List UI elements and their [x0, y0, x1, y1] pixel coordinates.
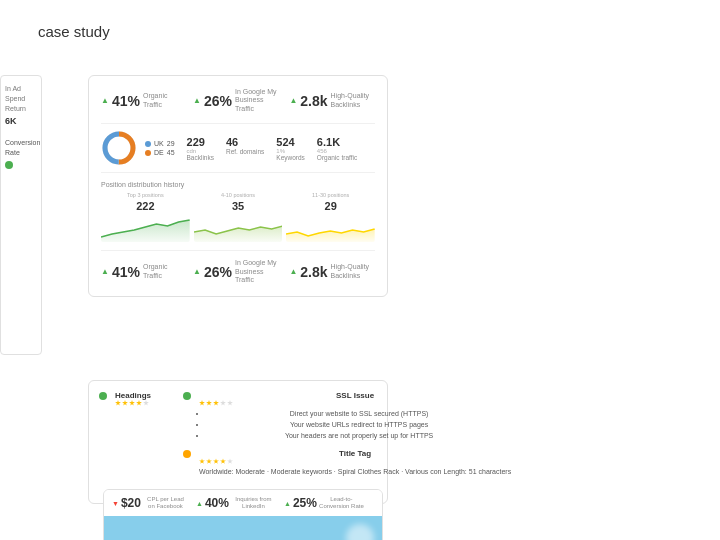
- backlinks-num: 229: [187, 136, 214, 148]
- backlinks-label: Backlinks: [187, 154, 214, 161]
- keywords-label: Keywords: [276, 154, 305, 161]
- stat-value-6: 2.8k: [300, 264, 327, 280]
- arrow-up-4: ▲: [101, 267, 109, 276]
- arrow-up-6: ▲: [289, 267, 297, 276]
- metric-keywords: 524 1% Keywords: [276, 136, 305, 161]
- donut-label-uk: UK 29: [145, 140, 175, 147]
- de-value: 45: [167, 149, 175, 156]
- ssl-item-3: Your headers are not properly set up for…: [207, 431, 511, 441]
- stats-row-2: ▲ 41% Organic Traffic ▲ 26% In Google My…: [101, 250, 375, 284]
- position-section: Position distribution history Top 3 posi…: [101, 181, 375, 242]
- keywords-num: 524: [276, 136, 305, 148]
- star-2: [122, 400, 128, 406]
- uk-label: UK: [154, 140, 164, 147]
- position-title: Position distribution history: [101, 181, 375, 188]
- mini-chart-3: [286, 212, 375, 242]
- title-stars: [199, 458, 511, 464]
- ad-stat-conversion: ▲ 25% Lead-to-Conversion Rate: [284, 496, 364, 510]
- metrics-stats: 229 cdn Backlinks 46 Ref. domains 524 1%…: [187, 136, 358, 161]
- title-star-1: [199, 458, 205, 464]
- green-indicator: [99, 392, 107, 400]
- ssl-star-2: [206, 400, 212, 406]
- title-content: Worldwide: Moderate · Moderate keywords …: [199, 467, 511, 477]
- ad-stats-bar: ▼ $20 CPL per Lead on Facebook ▲ 40% Inq…: [104, 490, 382, 516]
- headings-label: Headings: [115, 391, 175, 400]
- ad-stat-cpl: ▼ $20 CPL per Lead on Facebook: [112, 496, 188, 510]
- ssl-item-1: Direct your website to SSL secured (HTTP…: [207, 409, 511, 419]
- stat-google-traffic: ▲ 26% In Google My Business Traffic: [193, 88, 279, 113]
- de-label: DE: [154, 149, 164, 156]
- audit-card: Headings SSL Issue: [88, 380, 388, 504]
- star-5-empty: [143, 400, 149, 406]
- left-partial-card: In AdSpendReturn 6K Conversion Rate: [0, 75, 42, 355]
- donut-labels: UK 29 DE 45: [145, 140, 175, 156]
- pos-chart-3: 11-30 positions 29: [286, 192, 375, 242]
- stat-percent-2: 26%: [204, 93, 232, 109]
- de-dot: [145, 150, 151, 156]
- title-tag-label: Title Tag: [199, 449, 511, 458]
- arrow-down-icon: ▼: [112, 500, 119, 507]
- pos-num-3: 29: [286, 200, 375, 212]
- stat-desc-5: In Google My Business Traffic: [235, 259, 279, 284]
- audit-row-ssl: SSL Issue Direct your website to SSL sec…: [183, 391, 511, 441]
- stat-google-2: ▲ 26% In Google My Business Traffic: [193, 259, 279, 284]
- building-bg: [104, 516, 382, 540]
- ad-stat-num-2: 40%: [205, 496, 229, 510]
- left-stat-value: 6K: [5, 115, 37, 128]
- left-stat-label: In AdSpendReturn: [5, 84, 37, 113]
- star-1: [115, 400, 121, 406]
- ssl-star-3: [213, 400, 219, 406]
- page-title: case study: [38, 23, 110, 40]
- stat-backlinks: ▲ 2.8k High-Quality Backlinks: [289, 88, 375, 113]
- stat-backlinks-2: ▲ 2.8k High-Quality Backlinks: [289, 259, 375, 284]
- stat-percent-5: 26%: [204, 264, 232, 280]
- metric-backlinks: 229 cdn Backlinks: [187, 136, 214, 161]
- arrow-up-icon-3: ▲: [289, 96, 297, 105]
- ad-stat-desc-3: Lead-to-Conversion Rate: [319, 496, 364, 510]
- orange-indicator: [183, 450, 191, 458]
- arrow-up-icon: ▲: [101, 96, 109, 105]
- ad-stat-desc-1: CPL per Lead on Facebook: [143, 496, 188, 510]
- uk-value: 29: [167, 140, 175, 147]
- building-image: ‹ › Curious how we generated 41 Tours an…: [104, 516, 382, 540]
- green-indicator-2: [183, 392, 191, 400]
- headings-stars: [115, 400, 175, 406]
- pos-num-1: 222: [101, 200, 190, 212]
- stat-desc-1: Organic Traffic: [143, 92, 183, 109]
- stat-desc-2: In Google My Business Traffic: [235, 88, 279, 113]
- headings-score-cols: SSL Issue Direct your website to SSL sec…: [183, 391, 511, 485]
- pos-chart-2: 4-10 positions 35: [194, 192, 283, 242]
- star-4: [136, 400, 142, 406]
- stat-organic-traffic: ▲ 41% Organic Traffic: [101, 88, 183, 113]
- mini-chart-2: [194, 212, 283, 242]
- stat-value-3: 2.8k: [300, 93, 327, 109]
- uk-dot: [145, 141, 151, 147]
- referring-label: Ref. domains: [226, 148, 264, 155]
- pos-num-2: 35: [194, 200, 283, 212]
- audit-row-headings: Headings SSL Issue: [99, 391, 377, 485]
- donut-label-de: DE 45: [145, 149, 175, 156]
- arrow-up-5: ▲: [193, 267, 201, 276]
- ssl-stars: [199, 400, 511, 406]
- ssl-star-4-empty: [220, 400, 226, 406]
- position-charts: Top 3 positions 222: [101, 192, 375, 242]
- referring-num: 46: [226, 136, 264, 148]
- stat-percent-1: 41%: [112, 93, 140, 109]
- title-star-2: [206, 458, 212, 464]
- right-ad-card: ▼ $20 CPL per Lead on Facebook ▲ 40% Inq…: [103, 489, 383, 540]
- ad-stat-desc-2: Inquiries from LinkedIn: [231, 496, 276, 510]
- ad-stat-num-3: 25%: [293, 496, 317, 510]
- star-3: [129, 400, 135, 406]
- ssl-star-5-empty: [227, 400, 233, 406]
- metric-organic: 6.1K 456 Organic traffic: [317, 136, 357, 161]
- audit-row-title: Title Tag Worldwide: Moderate · Moderate…: [183, 449, 511, 477]
- donut-chart: [101, 130, 137, 166]
- metric-referring: 46 Ref. domains: [226, 136, 264, 161]
- mini-chart-1: [101, 212, 190, 242]
- pos-label-1: Top 3 positions: [101, 192, 190, 198]
- organic-num: 6.1K: [317, 136, 357, 148]
- ssl-label: SSL Issue: [199, 391, 511, 400]
- main-card: ▲ 41% Organic Traffic ▲ 26% In Google My…: [88, 75, 388, 297]
- arrow-up-icon-2: ▲: [193, 96, 201, 105]
- title-star-4: [220, 458, 226, 464]
